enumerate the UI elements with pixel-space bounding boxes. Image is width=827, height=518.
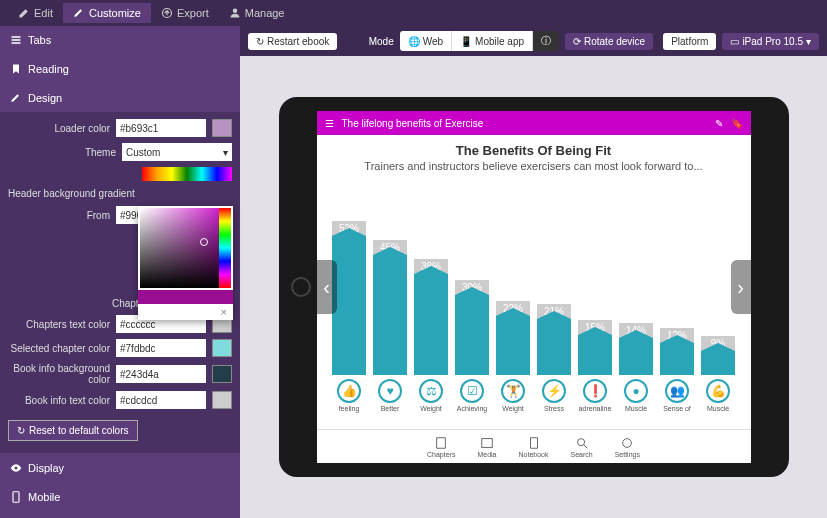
book-text-input[interactable] bbox=[116, 391, 206, 409]
design-section[interactable]: Design bbox=[0, 84, 240, 112]
picker-cursor[interactable] bbox=[200, 238, 208, 246]
book-text-swatch[interactable] bbox=[212, 391, 232, 409]
export-section[interactable]: Export bbox=[0, 512, 240, 518]
web-mode[interactable]: 🌐Web bbox=[400, 31, 452, 51]
reading-section[interactable]: Reading bbox=[0, 55, 240, 83]
user-icon bbox=[229, 7, 241, 19]
menu-icon[interactable]: ☰ bbox=[325, 118, 334, 129]
restart-button[interactable]: ↻Restart ebook bbox=[248, 33, 337, 50]
bookmark-icon[interactable]: 🔖 bbox=[731, 118, 743, 129]
image-icon bbox=[480, 436, 494, 450]
picker-close[interactable]: × bbox=[138, 304, 233, 320]
nav-settings[interactable]: Settings bbox=[615, 436, 640, 458]
bar-fill bbox=[414, 274, 448, 375]
brush-icon bbox=[73, 7, 85, 19]
theme-select[interactable]: Custom▾ bbox=[122, 143, 232, 161]
mode-label: Mode bbox=[369, 36, 394, 47]
bar-label: Muscle bbox=[625, 405, 647, 412]
book-text-label: Book info text color bbox=[8, 395, 110, 406]
bar-5: 21%⚡Stress bbox=[535, 304, 573, 412]
bar-fill bbox=[701, 351, 735, 375]
bar-label: Sense of bbox=[663, 405, 691, 412]
customize-tab[interactable]: Customize bbox=[63, 3, 151, 23]
bar-fill bbox=[332, 236, 366, 375]
color-picker[interactable]: × bbox=[138, 206, 233, 320]
manage-label: Manage bbox=[245, 7, 285, 19]
book-bg-swatch[interactable] bbox=[212, 365, 232, 383]
reset-button[interactable]: ↻Reset to default colors bbox=[8, 420, 138, 441]
bar-fill bbox=[373, 255, 407, 375]
prev-page[interactable]: ‹ bbox=[317, 260, 337, 314]
theme-gradient[interactable] bbox=[142, 167, 232, 181]
dumbbell-icon: 🏋 bbox=[501, 379, 525, 403]
flex-icon: 💪 bbox=[706, 379, 730, 403]
bar-3: 30%☑Achieving bbox=[453, 280, 491, 412]
picker-preview bbox=[138, 290, 233, 304]
display-section[interactable]: Display bbox=[0, 454, 240, 482]
chart-title: The Benefits Of Being Fit bbox=[325, 143, 743, 158]
manage-tab[interactable]: Manage bbox=[219, 3, 295, 23]
bar-label: Weight bbox=[502, 405, 524, 412]
group-icon: 👥 bbox=[665, 379, 689, 403]
device-select[interactable]: ▭iPad Pro 10.5▾ bbox=[722, 33, 819, 50]
edit-tab[interactable]: Edit bbox=[8, 3, 63, 23]
heart-icon: ♥ bbox=[378, 379, 402, 403]
bar-label: Weight bbox=[420, 405, 442, 412]
nav-search[interactable]: Search bbox=[570, 436, 592, 458]
bar-chart: 52%👍feeling45%♥Better38%⚖Weight30%☑Achie… bbox=[325, 182, 743, 412]
loader-swatch[interactable] bbox=[212, 119, 232, 137]
svg-rect-2 bbox=[13, 492, 19, 503]
rotate-button[interactable]: ⟳Rotate device bbox=[565, 33, 653, 50]
scale-icon: ⚖ bbox=[419, 379, 443, 403]
alert-icon: ❗ bbox=[583, 379, 607, 403]
svg-point-6 bbox=[623, 438, 632, 447]
bar-label: feeling bbox=[339, 405, 360, 412]
tablet-icon: ▭ bbox=[730, 36, 739, 47]
bar-4: 22%🏋Weight bbox=[494, 301, 532, 412]
svg-rect-4 bbox=[482, 438, 493, 447]
preview-toolbar: ↻Restart ebook Mode 🌐Web 📱Mobile app ⓘ ⟳… bbox=[240, 26, 827, 56]
gear-icon bbox=[620, 436, 634, 450]
info-icon: ⓘ bbox=[541, 34, 551, 48]
selected-chapter-label: Selected chapter color bbox=[8, 343, 110, 354]
pencil-icon[interactable]: ✎ bbox=[715, 118, 723, 129]
bookmark-icon bbox=[10, 63, 22, 75]
nav-notebook[interactable]: Notebook bbox=[519, 436, 549, 458]
nav-media[interactable]: Media bbox=[477, 436, 496, 458]
book-bg-input[interactable] bbox=[116, 365, 206, 383]
mobile-section[interactable]: Mobile bbox=[0, 483, 240, 511]
loader-color-input[interactable] bbox=[116, 119, 206, 137]
selected-chapter-input[interactable] bbox=[116, 339, 206, 357]
from-label: From bbox=[8, 210, 110, 221]
svg-point-5 bbox=[577, 438, 584, 445]
weight-icon: ● bbox=[624, 379, 648, 403]
bar-8: 12%👥Sense of bbox=[658, 328, 696, 412]
phone-icon bbox=[10, 491, 22, 503]
nav-chapters[interactable]: Chapters bbox=[427, 436, 455, 458]
bar-2: 38%⚖Weight bbox=[412, 259, 450, 412]
info-button[interactable]: ⓘ bbox=[533, 31, 559, 51]
mobile-mode[interactable]: 📱Mobile app bbox=[452, 31, 533, 51]
bar-label: Better bbox=[381, 405, 400, 412]
bar-label: Stress bbox=[544, 405, 564, 412]
globe-icon: 🌐 bbox=[408, 36, 420, 47]
loader-color-label: Loader color bbox=[8, 123, 110, 134]
chevron-down-icon: ▾ bbox=[806, 36, 811, 47]
picker-hue[interactable] bbox=[219, 208, 231, 288]
note-icon bbox=[527, 436, 541, 450]
bar-fill bbox=[660, 343, 694, 375]
platform-label: Platform bbox=[663, 33, 716, 50]
tabs-section[interactable]: Tabs bbox=[0, 26, 240, 54]
gradient-section-label: Header background gradient bbox=[0, 184, 240, 203]
selected-chapter-swatch[interactable] bbox=[212, 339, 232, 357]
theme-label: Theme bbox=[8, 147, 116, 158]
export-tab[interactable]: Export bbox=[151, 3, 219, 23]
bar-fill bbox=[455, 295, 489, 375]
ebook-title: The lifelong benefits of Exercise bbox=[342, 118, 484, 129]
next-page[interactable]: › bbox=[731, 260, 751, 314]
home-button bbox=[291, 277, 311, 297]
customize-label: Customize bbox=[89, 7, 141, 19]
picker-saturation[interactable] bbox=[140, 208, 231, 288]
check-icon: ☑ bbox=[460, 379, 484, 403]
pencil-icon bbox=[18, 7, 30, 19]
